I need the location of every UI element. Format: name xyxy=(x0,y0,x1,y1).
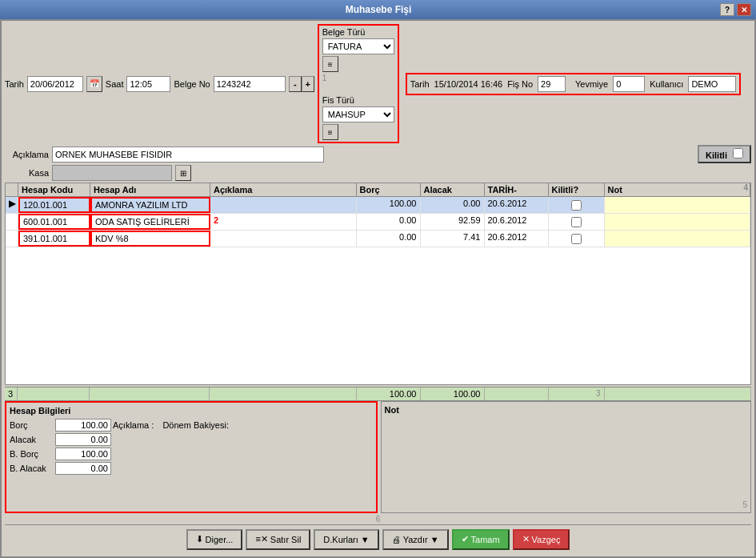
col-hesap-kodu: Hesap Kodu xyxy=(18,183,90,196)
cell-hesap-kodu-0[interactable]: 120.01.001 xyxy=(18,197,90,213)
vazgec-icon: ✕ xyxy=(522,534,530,544)
diger-button[interactable]: ⬇ Diger... xyxy=(186,529,243,550)
cell-borc-2[interactable]: 0.00 xyxy=(357,231,421,247)
col-alacak: Alacak xyxy=(421,183,485,196)
col-hesap-adi: Hesap Adı xyxy=(90,183,210,196)
diger-label: Diger... xyxy=(206,535,234,544)
b-alacak-value: 0.00 xyxy=(55,462,111,475)
tarih-calendar-icon[interactable]: 📅 xyxy=(86,76,102,92)
fis-turu-select[interactable]: MAHSUP TAHSİL TEDİYE xyxy=(322,106,394,122)
kasa-icon[interactable]: ⊞ xyxy=(175,165,191,181)
yazdir-label: Yazdır xyxy=(403,535,428,544)
col-borc: Borç xyxy=(357,183,421,196)
cell-not-0[interactable] xyxy=(605,197,751,213)
help-button[interactable]: ? xyxy=(720,3,734,16)
yazdir-button[interactable]: 🖨 Yazdır ▼ xyxy=(382,529,449,550)
bottom-toolbar: ⬇ Diger... ≡✕ Satır Sil D.Kurları ▼ 🖨 Ya… xyxy=(5,524,751,553)
table-row[interactable]: 600.01.001 ODA SATIŞ GELİRLERİ 2 0.00 92… xyxy=(6,214,750,231)
cell-tarih-1[interactable]: 20.6.2012 xyxy=(485,214,549,230)
belge-no-plus[interactable]: + xyxy=(302,76,314,92)
kilitli-checkbox[interactable] xyxy=(733,148,743,159)
cell-alacak-2[interactable]: 7.41 xyxy=(421,231,485,247)
yevmiye-label: Yevmiye xyxy=(575,79,608,89)
saat-input[interactable] xyxy=(126,76,170,92)
col-not: Not 4 xyxy=(605,183,751,196)
col-tarih: TARİH- xyxy=(485,183,549,196)
footer-count: 3 xyxy=(5,387,18,400)
cell-hesap-adi-0[interactable]: AMONRA YAZILIM LTD xyxy=(90,197,210,213)
right-tarih-value: 15/10/2014 16:46 xyxy=(434,79,503,89)
cell-not-1[interactable] xyxy=(605,214,751,230)
window-title: Muhasebe Fişi xyxy=(37,4,720,15)
fis-turu-icon[interactable]: ≡ xyxy=(322,124,338,140)
cell-aciklama-2[interactable] xyxy=(210,231,357,247)
not-panel: Not 5 xyxy=(381,401,752,513)
cell-kilitli-1[interactable] xyxy=(549,214,605,230)
cell-alacak-1[interactable]: 92.59 xyxy=(421,214,485,230)
footer-empty3 xyxy=(210,387,357,400)
alacak-value: 0.00 xyxy=(55,433,111,446)
cell-arrow-1 xyxy=(6,214,18,230)
col-kilitli: Kilitli? xyxy=(549,183,605,196)
tarih-input[interactable] xyxy=(27,76,83,92)
bottom-panels: Hesap Bilgileri Borç 100.00 Açıklama : D… xyxy=(5,401,751,513)
aciklama-input[interactable] xyxy=(52,147,324,163)
belge-turu-icon[interactable]: ≡ xyxy=(322,56,338,72)
cell-not-2[interactable] xyxy=(605,231,751,247)
belge-turu-box: Belge Türü FATURA İRSALİYE MAKBUZ ≡ 1 Fi… xyxy=(318,24,399,143)
cell-tarih-2[interactable]: 20.6.2012 xyxy=(485,231,549,247)
cell-kilitli-0[interactable] xyxy=(549,197,605,213)
main-window: Tarih 📅 Saat Belge No - + Belge Türü FAT… xyxy=(0,19,756,558)
yevmiye-input[interactable] xyxy=(613,76,645,92)
toolbar-row-1: Tarih 📅 Saat Belge No - + Belge Türü FAT… xyxy=(5,24,751,143)
donem-label: Dönem Bakiyesi: xyxy=(162,420,229,430)
belge-no-input[interactable] xyxy=(214,76,286,92)
kullanici-input[interactable] xyxy=(688,76,736,92)
toolbar-row-2: Açıklama Kilitli xyxy=(5,145,751,163)
kasa-input[interactable] xyxy=(52,165,172,181)
cell-hesap-adi-1[interactable]: ODA SATIŞ GELİRLERİ xyxy=(90,214,210,230)
aciklama-label: Açıklama : xyxy=(113,420,154,430)
fis-no-label: Fiş No xyxy=(507,79,533,89)
cell-kilitli-2[interactable] xyxy=(549,231,605,247)
kilitli-check-1[interactable] xyxy=(571,217,582,227)
not-content[interactable] xyxy=(385,416,748,500)
kilitli-check-2[interactable] xyxy=(571,234,582,244)
belge-no-minus[interactable]: - xyxy=(289,76,302,92)
cell-alacak-0[interactable]: 0.00 xyxy=(421,197,485,213)
cell-hesap-kodu-2[interactable]: 391.01.001 xyxy=(18,231,90,247)
right-info-box: Tarih 15/10/2014 16:46 Fiş No Yevmiye Ku… xyxy=(406,73,742,95)
table-row[interactable]: 391.01.001 KDV %8 0.00 7.41 20.6.2012 xyxy=(6,231,750,247)
cell-aciklama-0[interactable] xyxy=(210,197,357,213)
tamam-button[interactable]: ✔ Tamam xyxy=(452,529,510,550)
col-arrow xyxy=(6,183,18,196)
cell-hesap-kodu-1[interactable]: 600.01.001 xyxy=(18,214,90,230)
not-panel-title: Not xyxy=(385,405,748,415)
belge-turu-select[interactable]: FATURA İRSALİYE MAKBUZ xyxy=(322,38,394,54)
d-kurlari-button[interactable]: D.Kurları ▼ xyxy=(314,529,378,550)
kasa-label: Kasa xyxy=(5,168,49,178)
close-button[interactable]: ✕ xyxy=(737,3,751,16)
cell-borc-1[interactable]: 0.00 xyxy=(357,214,421,230)
right-tarih-label: Tarih xyxy=(410,79,430,89)
hesap-bilgi-title: Hesap Bilgileri xyxy=(10,406,373,415)
yazdir-icon: 🖨 xyxy=(392,535,401,544)
belge-no-label: Belge No xyxy=(174,79,210,89)
satir-sil-label: Satır Sil xyxy=(270,535,302,544)
fis-no-input[interactable] xyxy=(538,76,566,92)
vazgec-label: Vazgeç xyxy=(532,535,561,544)
cell-aciklama-1[interactable]: 2 xyxy=(210,214,357,230)
grid-footer: 3 100.00 100.00 3 xyxy=(5,387,751,401)
num1-label: 1 xyxy=(322,74,327,82)
kilitli-check-0[interactable] xyxy=(571,200,582,211)
satir-sil-button[interactable]: ≡✕ Satır Sil xyxy=(246,529,310,550)
vazgec-button[interactable]: ✕ Vazgeç xyxy=(513,529,570,550)
kilitli-button[interactable]: Kilitli xyxy=(698,145,751,163)
col-aciklama: Açıklama xyxy=(210,183,357,196)
cell-borc-0[interactable]: 100.00 xyxy=(357,197,421,213)
hesap-bilgileri-panel: Hesap Bilgileri Borç 100.00 Açıklama : D… xyxy=(5,401,378,513)
borc-label: Borç xyxy=(10,420,54,430)
cell-tarih-0[interactable]: 20.6.2012 xyxy=(485,197,549,213)
cell-hesap-adi-2[interactable]: KDV %8 xyxy=(90,231,210,247)
table-row[interactable]: ▶ 120.01.001 AMONRA YAZILIM LTD 100.00 0… xyxy=(6,197,750,214)
